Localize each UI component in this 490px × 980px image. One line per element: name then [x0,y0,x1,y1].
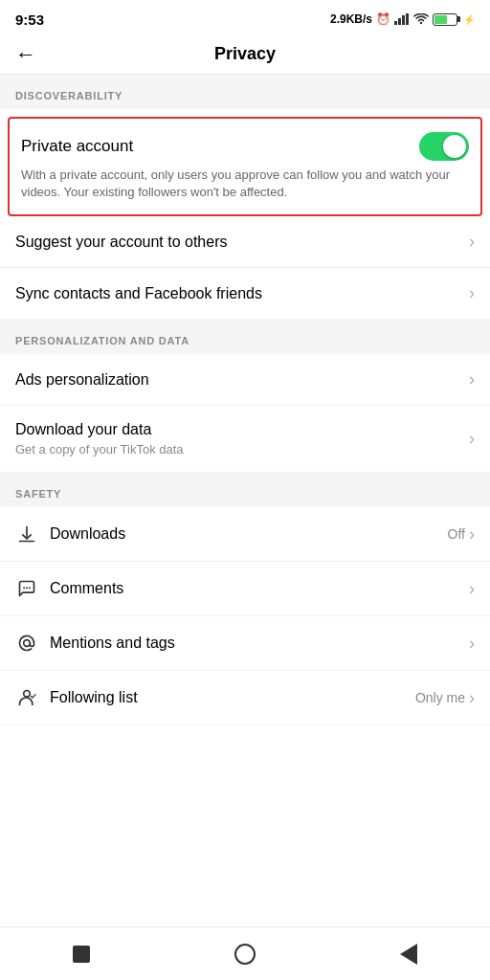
suggest-account-right: › [469,232,475,252]
nav-circle-button[interactable] [234,944,256,965]
svg-rect-3 [406,13,409,25]
private-account-row[interactable]: Private account [21,132,469,161]
sync-contacts-row[interactable]: Sync contacts and Facebook friends › [0,268,490,320]
top-nav: ← Privacy [0,34,490,75]
mentions-tags-right: › [469,634,475,654]
svg-point-6 [29,588,31,590]
ads-personalization-row[interactable]: Ads personalization › [0,354,490,406]
charging-icon: ⚡ [463,14,475,25]
nav-square-button[interactable] [73,946,90,963]
section-safety: SAFETY [0,473,490,507]
download-data-subtitle: Get a copy of your TikTok data [15,442,184,457]
comment-icon [15,577,38,600]
person-icon [15,686,38,709]
signal-icon [394,13,410,25]
comments-row[interactable]: Comments › [0,562,490,616]
chevron-right-icon: › [469,524,475,545]
back-button[interactable]: ← [15,42,36,67]
section-discoverability: DISCOVERABILITY [0,75,490,109]
downloads-right: Off › [448,524,475,545]
section-personalization: PERSONALIZATION AND DATA [0,320,490,354]
chevron-right-icon: › [469,429,475,449]
suggest-account-row[interactable]: Suggest your account to others › [0,216,490,268]
following-list-row[interactable]: Following list Only me › [0,671,490,725]
download-data-row[interactable]: Download your data Get a copy of your Ti… [0,406,490,473]
private-account-toggle[interactable] [419,132,469,161]
svg-rect-1 [398,18,401,25]
triangle-icon [400,944,417,965]
square-icon [73,946,90,963]
main-content: DISCOVERABILITY Private account With a p… [0,75,490,783]
svg-rect-2 [402,15,405,25]
chevron-right-icon: › [469,634,475,654]
chevron-right-icon: › [469,579,475,599]
chevron-right-icon: › [469,232,475,252]
comments-title: Comments [50,580,123,597]
network-speed: 2.9KB/s [330,12,372,26]
clock-icon: ⏰ [376,12,390,26]
mentions-tags-title: Mentions and tags [50,635,175,652]
svg-point-5 [26,588,28,590]
private-account-box: Private account With a private account, … [8,117,482,216]
wifi-icon [413,13,429,25]
ads-personalization-title: Ads personalization [15,371,149,389]
downloads-title: Downloads [50,525,125,543]
at-icon [15,632,38,655]
chevron-right-icon: › [469,688,475,708]
following-list-title: Following list [50,689,138,706]
bottom-nav [0,926,490,980]
following-list-value: Only me [415,690,465,705]
following-list-right: Only me › [415,688,475,708]
download-icon [15,523,38,546]
svg-rect-0 [394,21,397,25]
download-data-title: Download your data [15,421,184,438]
svg-point-7 [24,640,31,647]
page-title: Privacy [214,44,276,64]
section-safety-label: SAFETY [15,488,61,500]
svg-point-8 [24,691,31,698]
chevron-right-icon: › [469,283,475,303]
battery-icon [433,13,457,26]
section-discoverability-label: DISCOVERABILITY [15,90,122,101]
nav-back-button[interactable] [400,944,417,965]
private-account-title: Private account [21,137,133,156]
status-right: 2.9KB/s ⏰ ⚡ [330,12,475,26]
chevron-right-icon: › [469,369,475,390]
svg-point-4 [23,588,25,590]
circle-icon [234,944,256,965]
private-account-description: With a private account, only users you a… [21,167,469,201]
comments-right: › [469,579,475,599]
sync-contacts-right: › [469,283,475,303]
downloads-value: Off [448,526,465,542]
mentions-tags-row[interactable]: Mentions and tags › [0,616,490,671]
section-personalization-label: PERSONALIZATION AND DATA [15,335,189,346]
sync-contacts-title: Sync contacts and Facebook friends [15,285,262,302]
suggest-account-title: Suggest your account to others [15,234,227,251]
ads-personalization-right: › [469,369,475,390]
status-time: 9:53 [15,11,44,28]
downloads-row[interactable]: Downloads Off › [0,507,490,562]
download-data-right: › [469,429,475,449]
status-bar: 9:53 2.9KB/s ⏰ ⚡ [0,0,490,34]
